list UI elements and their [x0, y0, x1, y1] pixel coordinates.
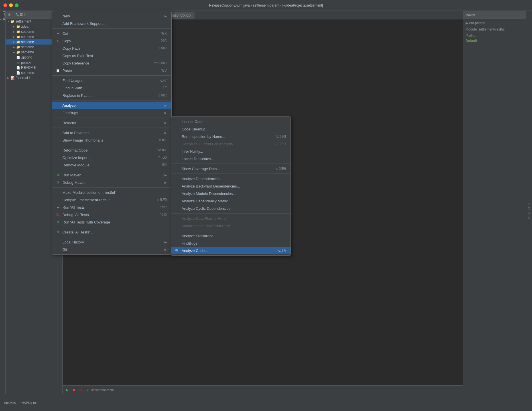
context-menu[interactable]: New ▶ Add Framework Support... ✂ Cut ⌘X … [52, 11, 172, 255]
file-icon-1: 📄 [16, 55, 20, 59]
right-panel-title: Maven [466, 13, 475, 17]
thumbs-icon [56, 138, 60, 142]
submenu-locate-duplicates[interactable]: Locate Duplicates... [171, 155, 291, 162]
submenu-sep-1 [171, 164, 291, 164]
remove-module-shortcut: ⌦ [162, 163, 167, 167]
submenu-analyze-deps[interactable]: Analyze Dependencies... [171, 175, 291, 182]
submenu-data-flow-to[interactable]: Analyze Data Flow to Here [171, 215, 291, 222]
menu-item-local-history[interactable]: Local History ▶ [52, 238, 171, 246]
separator-2 [52, 75, 171, 76]
create-tests-icon: ⚙ [56, 230, 60, 234]
submenu-show-coverage-label: Show Coverage Data... [182, 167, 220, 171]
close-button[interactable] [3, 3, 7, 7]
menu-item-run-all-tests-label: Run 'All Tests' [62, 205, 86, 209]
menu-item-add-favorites-label: Add to Favorites [62, 131, 90, 135]
submenu-findbugs-sub[interactable]: FindBugs [171, 239, 291, 247]
submenu-code-cleanup[interactable]: Code Cleanup... [171, 125, 291, 133]
menu-item-analyze-label: Analyze [62, 103, 76, 108]
replace-path-icon [56, 93, 60, 98]
inspect-code-icon [175, 119, 179, 124]
menu-item-refactor[interactable]: Refactor ▶ [52, 119, 171, 126]
menu-item-findbugs[interactable]: FindBugs ▶ [52, 109, 171, 116]
menu-item-copy-ref[interactable]: Copy Reference ⌥⇧⌘C [52, 59, 171, 67]
tree-item-external-label: External Li [15, 76, 32, 80]
make-module-icon [56, 190, 60, 195]
menu-item-find-usages[interactable]: Find Usages ⌥F7 [52, 77, 171, 84]
menu-item-new[interactable]: New ▶ [52, 12, 171, 20]
menu-item-copy-plain[interactable]: Copy as Plain Text [52, 52, 171, 59]
menu-item-make-module[interactable]: Make Module 'settlement-restful' [52, 189, 171, 196]
menu-item-cut[interactable]: ✂ Cut ⌘X [52, 30, 171, 37]
locate-duplicates-icon [175, 156, 179, 161]
submenu-configure-analysis-label: Configure Current File Analysis... [182, 142, 236, 146]
menu-item-remove-module[interactable]: Remove Module ⌦ [52, 161, 171, 169]
maven-debug-arrow-icon: ▶ [165, 181, 167, 184]
menu-item-create-all-tests[interactable]: ⚙ Create 'All Tests'... [52, 228, 171, 236]
submenu-run-inspection[interactable]: Run Inspection by Name... ⌥⇧⌘I [171, 133, 291, 140]
menu-item-copy-label: Copy [62, 39, 71, 43]
copy-shortcut: ⌘C [161, 39, 167, 43]
analysis-tab[interactable]: Analysis [2, 400, 17, 405]
menu-item-optimize-imports[interactable]: Optimize Imports ^⌥O [52, 154, 171, 161]
copy-plain-icon [56, 53, 60, 58]
history-icon [56, 240, 60, 244]
menu-item-debug-all-tests[interactable]: 🐞 Debug 'All Tests' ^⇧D [52, 211, 171, 218]
structure-tab[interactable]: Z: Structure [526, 11, 532, 411]
menu-item-compile[interactable]: Compile ...'settlement-restful' ⇧⌘F9 [52, 196, 171, 204]
separator-5 [52, 128, 171, 128]
submenu-analyze-code[interactable]: 🔍 Analyze Code... ⌥⇧A [171, 247, 291, 254]
run-play-button[interactable]: ▶ [64, 387, 70, 393]
menu-item-analyze[interactable]: Analyze ▶ [52, 102, 171, 109]
menu-item-run-all-tests[interactable]: ▶ Run 'All Tests' ^⇧R [52, 204, 171, 211]
configure-analysis-icon [175, 142, 179, 146]
profile-value: Default [466, 39, 523, 43]
tree-item-s6-label: settleme [21, 71, 34, 75]
submenu-infer-nullity[interactable]: Infer Nullity... [171, 148, 291, 155]
file-icon-pom: m [16, 61, 20, 65]
minimize-button[interactable] [9, 3, 13, 7]
copy-ref-shortcut: ⌥⇧⌘C [154, 61, 167, 65]
menu-item-paste[interactable]: 📋 Paste ⌘V [52, 67, 171, 74]
qaplug-tab[interactable]: QAPlug re: [20, 400, 38, 405]
submenu-show-coverage[interactable]: Show Coverage Data... ⌥⌘F6 [171, 165, 291, 172]
menu-item-new-label: New [62, 14, 70, 18]
submenu-analyze-stacktrace[interactable]: Analyze Stacktrace... [171, 232, 291, 239]
menu-item-remove-module-label: Remove Module [62, 163, 90, 167]
submenu-inspect-code[interactable]: Inspect Code... [171, 118, 291, 125]
menu-item-find-in-path[interactable]: Find in Path... ⇧F [52, 84, 171, 92]
submenu-analyze-dep-matrix[interactable]: Analyze Dependency Matrix... [171, 197, 291, 205]
analyze-code-shortcut: ⌥⇧A [277, 249, 286, 253]
menu-item-replace-in-path[interactable]: Replace in Path... ⇧⌘R [52, 92, 171, 99]
submenu-analyze-backward-deps[interactable]: Analyze Backward Dependencies... [171, 182, 291, 190]
tree-item-readme-label: README [21, 66, 36, 70]
traffic-lights[interactable] [3, 3, 19, 7]
menu-item-copy-path[interactable]: Copy Path ⇧⌘C [52, 45, 171, 52]
maximize-button[interactable] [15, 3, 19, 7]
menu-item-git[interactable]: Git ▶ [52, 246, 171, 253]
run-stop-button[interactable]: ■ [71, 387, 77, 393]
run-inspection-shortcut: ⌥⇧⌘I [275, 134, 286, 138]
tree-item-s3-label: settleme [21, 40, 34, 44]
menu-item-run-maven[interactable]: ⚙ Run Maven ▶ [52, 171, 171, 179]
menu-item-run-with-coverage[interactable]: ⚙ Run 'All Tests' with Coverage [52, 218, 171, 226]
menu-item-reformat[interactable]: Reformat Code ⌥⌘L [52, 146, 171, 154]
submenu-configure-analysis[interactable]: Configure Current File Analysis... ⌥⇧⌘H [171, 140, 291, 148]
menu-item-add-framework[interactable]: Add Framework Support... [52, 20, 171, 27]
menu-item-debug-maven[interactable]: ⚙ Debug Maven ▶ [52, 179, 171, 186]
run-debug-button[interactable]: 🐞 [78, 387, 84, 393]
file-icon-s6: 📄 [16, 71, 20, 75]
cut-icon: ✂ [56, 31, 60, 36]
menu-item-findbugs-label: FindBugs [62, 111, 78, 115]
analyze-submenu[interactable]: Inspect Code... Code Cleanup... Run Insp… [171, 116, 291, 256]
menu-item-git-label: Git [62, 247, 67, 252]
menu-item-add-favorites[interactable]: Add to Favorites ▶ [52, 129, 171, 136]
run-settings-button[interactable]: ≡ [84, 387, 91, 393]
menu-item-show-thumbs[interactable]: Show Image Thumbnails ⇧⌘T [52, 136, 171, 144]
submenu-analyze-cyclic[interactable]: Analyze Cyclic Dependencies... [171, 205, 291, 212]
menu-item-copy[interactable]: ⎘ Copy ⌘C [52, 37, 171, 45]
submenu-data-flow-from[interactable]: Analyze Data Flow from Here [171, 222, 291, 229]
refactor-arrow-icon: ▶ [165, 121, 167, 124]
tree-arrow-2: ▶ [13, 25, 15, 28]
sidebar-icon-project[interactable]: 1: Project [1, 13, 5, 18]
submenu-analyze-module-deps[interactable]: Analyze Module Dependencies... [171, 190, 291, 197]
